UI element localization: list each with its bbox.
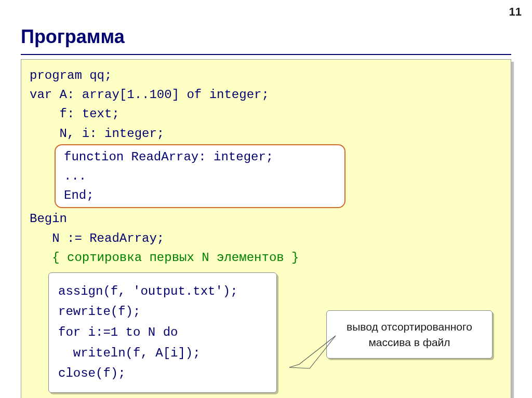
code-line: close(f);: [58, 363, 267, 384]
code-line: Begin: [30, 209, 502, 228]
page-number: 11: [509, 5, 522, 19]
slide-title: Программа: [21, 26, 511, 48]
code-line: for i:=1 to N do: [58, 322, 267, 343]
code-line: end.: [30, 396, 502, 398]
code-line: f: text;: [30, 104, 502, 123]
callout-pointer-icon: [286, 333, 338, 369]
output-code-box: assign(f, 'output.txt'); rewrite(f); for…: [48, 272, 277, 393]
code-line: assign(f, 'output.txt');: [58, 281, 267, 302]
code-line: End;: [64, 186, 336, 205]
callout-text: вывод отсортированного массива в файл: [347, 321, 472, 348]
code-line: program qq;: [30, 66, 502, 85]
code-line: N, i: integer;: [30, 124, 502, 143]
callout-box: вывод отсортированного массива в файл: [326, 310, 493, 359]
code-line: var A: array[1..100] of integer;: [30, 85, 502, 104]
code-line: writeln(f, A[i]);: [58, 343, 267, 364]
function-box: function ReadArray: integer; ... End;: [55, 144, 345, 209]
code-line: N := ReadArray;: [30, 229, 502, 248]
title-rule: [21, 54, 511, 55]
code-block: program qq; var A: array[1..100] of inte…: [21, 59, 511, 398]
code-comment: { сортировка первых N элементов }: [30, 248, 502, 267]
code-line: function ReadArray: integer;: [64, 147, 336, 167]
code-line: ...: [64, 167, 336, 186]
code-line: rewrite(f);: [58, 301, 267, 322]
